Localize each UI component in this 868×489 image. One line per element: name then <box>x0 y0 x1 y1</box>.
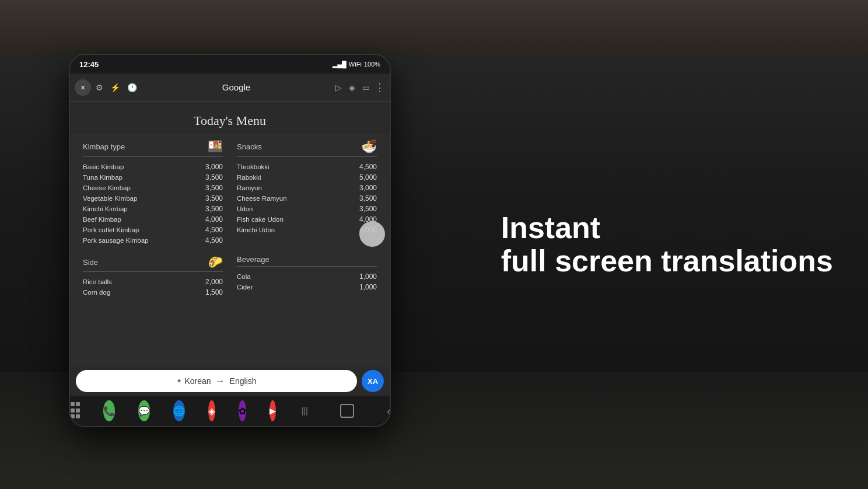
item-name: Kimchi Kimbap <box>83 205 128 212</box>
item-price: 1,000 <box>359 273 377 281</box>
item-name: Cheese Kimbap <box>83 184 131 191</box>
layers-icon[interactable]: ◈ <box>349 83 355 92</box>
status-icons: ▂▄█ WiFi 100% <box>332 61 380 68</box>
beverage-section-title: Beverage <box>237 255 270 264</box>
list-item: Kimchi Udon 4,000 <box>237 225 377 235</box>
messages-icon: 💬 <box>138 406 150 417</box>
translation-pill: ✦ Korean → English <box>76 370 357 392</box>
browser-close-button[interactable]: × <box>75 79 91 96</box>
menu-title: Today's Menu <box>70 113 390 128</box>
list-item: Tuna Kimbap 3,500 <box>83 172 223 183</box>
kimbap-section: Kimbap type 🍱 Basic Kimbap 3,000 Tuna Ki… <box>76 134 230 250</box>
back-button[interactable]: ‹ <box>383 405 391 417</box>
item-price: 4,500 <box>205 236 223 244</box>
menu-grid: Kimbap type 🍱 Basic Kimbap 3,000 Tuna Ki… <box>70 134 390 302</box>
wifi-icon: WiFi <box>349 61 362 68</box>
item-price: 5,000 <box>359 173 377 181</box>
tablet: 12:45 ▂▄█ WiFi 100% × ⚙ ⚡ 🕐 Google ▷ ◈ ▭… <box>69 54 391 427</box>
item-price: 3,500 <box>205 173 223 181</box>
list-item: Tteokbokki 4,500 <box>237 162 377 172</box>
browser-right-icons: ▷ ◈ ▭ <box>335 83 370 92</box>
apps-grid-button[interactable] <box>69 402 80 420</box>
clock-icon[interactable]: 🕐 <box>127 83 137 92</box>
item-name: Cheese Ramyun <box>237 195 287 202</box>
recent-apps-button[interactable]: ||| <box>299 405 311 417</box>
phone-icon: 📞 <box>103 406 115 417</box>
item-price: 1,500 <box>205 288 223 296</box>
messages-app-icon[interactable]: 💬 <box>138 400 150 421</box>
scroll-handle[interactable] <box>359 221 385 247</box>
item-name: Rice balls <box>83 278 112 285</box>
item-name: Tuna Kimbap <box>83 174 123 181</box>
red-icon: ◈ <box>208 406 215 417</box>
promo-text: Instant full screen translations <box>501 211 833 278</box>
source-lang-label: Korean <box>184 376 211 386</box>
add-source-icon: ✦ <box>176 377 182 385</box>
list-item: Rabokki 5,000 <box>237 172 377 183</box>
item-price: 1,000 <box>359 283 377 291</box>
list-item: Beef Kimbap 4,000 <box>83 214 223 225</box>
promo-line2: full screen translations <box>501 244 833 278</box>
flash-icon[interactable]: ⚡ <box>110 83 120 92</box>
flower-icon: ✿ <box>239 406 246 417</box>
promo-line1: Instant <box>501 211 833 244</box>
item-name: Cola <box>237 273 251 280</box>
youtube-icon: ▶ <box>270 406 276 415</box>
flower-app-icon[interactable]: ✿ <box>239 400 246 421</box>
side-food-icon: 🌮 <box>208 255 223 269</box>
beverage-section-header: Beverage <box>237 255 377 267</box>
kimbap-food-icon: 🍱 <box>207 139 223 154</box>
item-name: Rabokki <box>237 174 261 181</box>
kimbap-section-title: Kimbap type <box>83 142 125 151</box>
item-name: Beef Kimbap <box>83 216 121 223</box>
youtube-app-icon[interactable]: ▶ <box>270 400 276 421</box>
item-name: Corn dog <box>83 289 110 296</box>
translate-icon: XA <box>368 377 378 386</box>
snack-food-icon: 🍜 <box>361 139 377 154</box>
browser-app-icon[interactable]: 🌐 <box>173 400 185 421</box>
more-menu-button[interactable]: ⋮ <box>374 81 385 94</box>
phone-app-icon[interactable]: 📞 <box>103 400 115 421</box>
item-name: Tteokbokki <box>237 163 270 170</box>
snacks-section-header: Snacks 🍜 <box>237 139 377 157</box>
browser-title: Google <box>142 82 331 92</box>
snacks-section-title: Snacks <box>237 142 262 151</box>
menu-scroll-area[interactable]: Today's Menu Kimbap type 🍱 Basic Kimbap … <box>70 102 390 366</box>
item-price: 4,500 <box>359 163 377 171</box>
tablet-icon[interactable]: ▭ <box>362 83 370 92</box>
list-item: Vegetable Kimbap 3,500 <box>83 193 223 204</box>
back-icon: ‹ <box>387 404 391 418</box>
item-price: 3,000 <box>359 184 377 192</box>
item-name: Vegetable Kimbap <box>83 195 137 202</box>
status-bar: 12:45 ▂▄█ WiFi 100% <box>70 55 390 74</box>
browser-chrome: × ⚙ ⚡ 🕐 Google ▷ ◈ ▭ ⋮ <box>70 74 390 102</box>
item-price: 3,500 <box>205 205 223 213</box>
translate-button[interactable]: XA <box>362 370 384 392</box>
kimbap-section-header: Kimbap type 🍱 <box>83 139 223 157</box>
item-name: Ramyun <box>237 184 262 191</box>
list-item: Cheese Ramyun 3,500 <box>237 193 377 204</box>
list-item: Corn dog 1,500 <box>83 287 223 298</box>
red-app-icon[interactable]: ◈ <box>208 400 215 421</box>
item-price: 2,000 <box>205 278 223 286</box>
item-price: 3,500 <box>359 194 377 202</box>
play-icon[interactable]: ▷ <box>335 83 342 92</box>
list-item: Cola 1,000 <box>237 271 377 282</box>
settings-icon[interactable]: ⚙ <box>96 83 103 92</box>
nav-gesture-area: ||| ‹ <box>299 404 391 418</box>
side-section: Side 🌮 Rice balls 2,000 Corn dog 1,500 <box>76 250 230 302</box>
item-name: Pork cutlet Kimbap <box>83 226 139 233</box>
browser-icon: 🌐 <box>173 406 185 417</box>
item-name: Basic Kimbap <box>83 163 124 170</box>
item-name: Fish cake Udon <box>237 216 284 223</box>
list-item: Cider 1,000 <box>237 282 377 292</box>
item-name: Pork sausage Kimbap <box>83 237 149 244</box>
list-item: Basic Kimbap 3,000 <box>83 162 223 172</box>
close-icon: × <box>80 83 85 92</box>
source-language: ✦ Korean <box>176 376 211 386</box>
bg-top <box>0 0 868 53</box>
list-item: Rice balls 2,000 <box>83 277 223 287</box>
side-section-title: Side <box>83 258 98 267</box>
home-button[interactable] <box>340 404 354 418</box>
list-item: Pork sausage Kimbap 4,500 <box>83 235 223 246</box>
